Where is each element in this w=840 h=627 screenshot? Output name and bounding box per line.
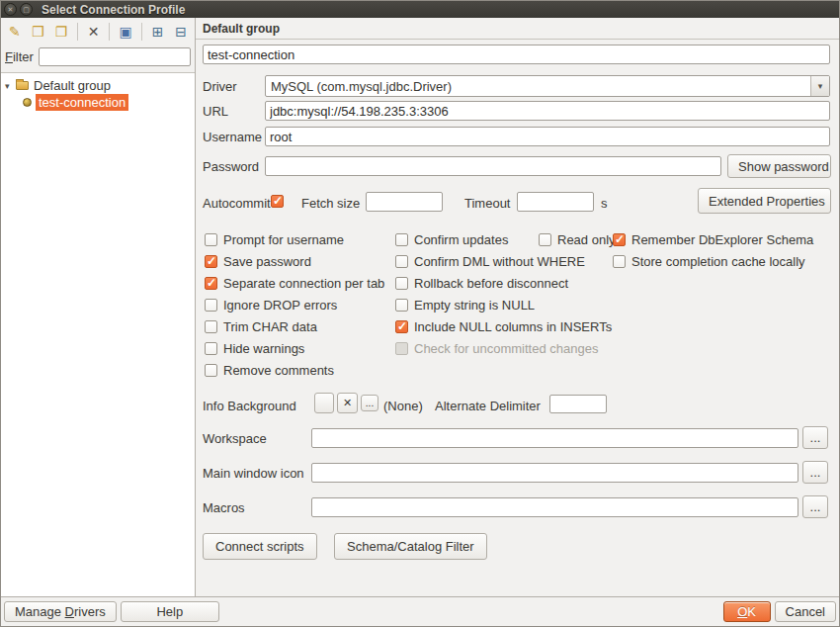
username-input[interactable] bbox=[265, 127, 830, 146]
checkbox-box bbox=[613, 255, 626, 268]
checkbox-box bbox=[395, 320, 408, 333]
driver-label: Driver bbox=[203, 79, 237, 94]
folder-icon bbox=[16, 81, 29, 90]
checkbox-option[interactable]: Separate connection per tab bbox=[205, 272, 384, 294]
window-close-icon[interactable]: ✕ bbox=[4, 3, 17, 16]
alternate-delimiter-label: Alternate Delimiter bbox=[435, 399, 541, 413]
tree-group-default-group[interactable]: ▾ Default group bbox=[1, 77, 195, 94]
help-button[interactable]: Help bbox=[121, 601, 219, 622]
checkbox-option[interactable]: Hide warnings bbox=[205, 337, 384, 359]
checkbox-option[interactable]: Include NULL columns in INSERTs bbox=[395, 315, 612, 337]
timeout-input[interactable] bbox=[517, 192, 594, 212]
toolbar-icon-glyph: ❒ bbox=[32, 25, 44, 39]
checkbox-label: Separate connection per tab bbox=[223, 276, 384, 291]
filter-label: Filter bbox=[5, 49, 34, 64]
checkbox-box bbox=[395, 233, 408, 246]
checkbox-label: Hide warnings bbox=[223, 341, 304, 356]
tree-item-test-connection[interactable]: test-connection bbox=[1, 94, 195, 111]
chevron-down-icon[interactable]: ▾ bbox=[810, 76, 829, 96]
filter-row: Filter bbox=[1, 45, 195, 72]
checkbox-option[interactable]: Prompt for username bbox=[205, 228, 384, 250]
options-column-1: Prompt for username Save password Separa… bbox=[205, 228, 384, 381]
tree-expander-icon[interactable]: ▾ bbox=[5, 81, 16, 91]
window-restore-icon[interactable]: ▢ bbox=[20, 3, 33, 16]
timeout-unit-label: s bbox=[601, 196, 608, 211]
checkbox-box bbox=[395, 277, 408, 290]
checkbox-option[interactable]: Ignore DROP errors bbox=[205, 294, 384, 315]
macros-browse-button[interactable]: ... bbox=[802, 495, 828, 518]
tree-group-label: Default group bbox=[34, 78, 111, 93]
connect-scripts-button[interactable]: Connect scripts bbox=[203, 533, 317, 560]
delete-profile-icon[interactable]: ✕ bbox=[83, 21, 105, 43]
schema-catalog-filter-button[interactable]: Schema/Catalog Filter bbox=[334, 533, 487, 560]
checkbox-box bbox=[539, 233, 551, 246]
collapse-groups-icon[interactable]: ⊟ bbox=[170, 21, 192, 43]
new-group-icon[interactable]: ❒ bbox=[28, 21, 49, 43]
new-profile-icon[interactable]: ✎ bbox=[4, 21, 26, 43]
checkbox-box bbox=[271, 195, 284, 208]
checkbox-option[interactable]: Trim CHAR data bbox=[205, 315, 384, 337]
info-background-clear-button[interactable]: ✕ bbox=[337, 393, 358, 413]
info-background-label: Info Background bbox=[203, 399, 296, 413]
save-icon[interactable]: ▣ bbox=[115, 21, 136, 43]
toolbar-separator bbox=[141, 23, 142, 41]
checkbox-label: Prompt for username bbox=[223, 232, 344, 247]
select-connection-profile-dialog: ✕ ▢ Select Connection Profile ✎ ❒ ❐ ✕ ▣ bbox=[0, 0, 840, 627]
profile-icon bbox=[23, 98, 32, 107]
checkbox-label: Include NULL columns in INSERTs bbox=[414, 319, 612, 334]
toolbar-icon-glyph: ⊞ bbox=[152, 25, 164, 39]
timeout-label: Timeout bbox=[464, 196, 510, 211]
checkbox-box bbox=[205, 277, 217, 290]
checkbox-option[interactable]: Rollback before disconnect bbox=[395, 272, 612, 294]
profile-tree[interactable]: ▾ Default group test-connection bbox=[1, 72, 195, 596]
checkbox-box bbox=[205, 255, 217, 268]
profile-editor-panel: Default group Driver MySQL (com.mysql.jd… bbox=[196, 18, 839, 596]
workspace-input[interactable] bbox=[311, 428, 798, 448]
manage-drivers-button[interactable]: Manage Drivers bbox=[4, 601, 117, 622]
checkbox-box bbox=[205, 342, 217, 355]
checkbox-option[interactable]: Save password bbox=[205, 250, 384, 272]
fetch-size-input[interactable] bbox=[366, 192, 443, 212]
show-password-button[interactable]: Show password bbox=[727, 154, 831, 178]
profile-toolbar: ✎ ❒ ❐ ✕ ▣ ⊞ ⊟ bbox=[1, 18, 195, 45]
alternate-delimiter-input[interactable] bbox=[549, 395, 607, 413]
titlebar[interactable]: ✕ ▢ Select Connection Profile bbox=[1, 1, 839, 18]
read-only-checkbox[interactable]: Read only bbox=[539, 228, 616, 250]
checkbox-label: Store completion cache locally bbox=[631, 254, 805, 269]
checkbox-label: Confirm updates bbox=[414, 232, 508, 247]
driver-combobox[interactable]: MySQL (com.mysql.jdbc.Driver) ▾ bbox=[265, 75, 830, 97]
ok-button[interactable]: OK bbox=[723, 601, 771, 622]
toolbar-icon-glyph: ⊟ bbox=[175, 25, 187, 39]
password-input[interactable] bbox=[265, 156, 721, 176]
filter-input[interactable] bbox=[39, 47, 191, 66]
checkbox-box bbox=[205, 320, 217, 333]
checkbox-label: Save password bbox=[223, 254, 311, 269]
profile-name-input[interactable] bbox=[203, 45, 830, 64]
dialog-button-bar: Manage Drivers Help OK Cancel bbox=[1, 596, 839, 626]
macros-input[interactable] bbox=[311, 497, 798, 517]
checkbox-box bbox=[205, 364, 217, 377]
checkbox-option[interactable]: Remember DbExplorer Schema bbox=[613, 228, 813, 250]
main-window-icon-input[interactable] bbox=[311, 463, 798, 483]
extended-properties-button[interactable]: Extended Properties bbox=[698, 188, 831, 214]
cancel-button[interactable]: Cancel bbox=[775, 601, 836, 622]
checkbox-label: Confirm DML without WHERE bbox=[414, 254, 585, 269]
checkbox-label: Remember DbExplorer Schema bbox=[631, 232, 813, 247]
checkbox-option[interactable]: Remove comments bbox=[205, 359, 384, 381]
info-background-browse-button[interactable]: ... bbox=[361, 395, 378, 411]
checkbox-option[interactable]: Check for uncommitted changes bbox=[395, 337, 612, 359]
checkbox-option[interactable]: Store completion cache locally bbox=[613, 250, 813, 272]
expand-groups-icon[interactable]: ⊞ bbox=[147, 21, 169, 43]
profile-list-panel: ✎ ❒ ❐ ✕ ▣ ⊞ ⊟ Filter bbox=[1, 18, 196, 596]
toolbar-icon-glyph: ▣ bbox=[119, 25, 131, 39]
main-window-icon-browse-button[interactable]: ... bbox=[802, 461, 828, 484]
copy-profile-icon[interactable]: ❐ bbox=[50, 21, 72, 43]
info-background-color-button[interactable] bbox=[314, 393, 334, 413]
checkbox-option[interactable]: Confirm DML without WHERE bbox=[395, 250, 612, 272]
checkbox-label: Empty string is NULL bbox=[414, 298, 535, 313]
workspace-browse-button[interactable]: ... bbox=[802, 426, 828, 449]
checkbox-option[interactable]: Empty string is NULL bbox=[395, 294, 612, 315]
autocommit-checkbox[interactable] bbox=[271, 190, 284, 212]
url-input[interactable] bbox=[265, 101, 830, 121]
fetch-size-label: Fetch size bbox=[301, 196, 360, 211]
